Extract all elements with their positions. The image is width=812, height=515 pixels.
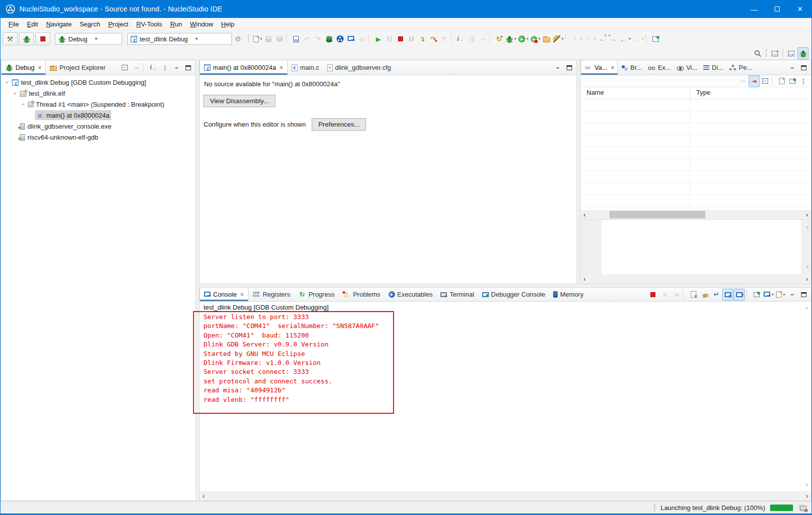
tab-console[interactable]: Console ×	[200, 288, 248, 301]
remove-launch-icon[interactable]: ▾	[659, 289, 670, 301]
last-edit-location-icon[interactable]: ▾	[597, 33, 608, 45]
open-element-icon[interactable]: ▾	[541, 33, 552, 45]
menu-project[interactable]: Project	[104, 19, 132, 29]
tab-debug[interactable]: Debug ×	[1, 60, 46, 75]
search-button[interactable]	[752, 47, 763, 59]
tree-item-gdb[interactable]: › riscv64-unknown-elf-gdb	[1, 132, 196, 143]
minimize-button[interactable]: —	[743, 0, 766, 18]
minimize-view-icon[interactable]	[787, 62, 798, 74]
view-disassembly-button[interactable]: View Disassembly...	[203, 95, 275, 107]
terminate-icon[interactable]: ▾	[395, 33, 406, 45]
menu-help[interactable]: Help	[217, 19, 238, 29]
editor-tab-main-c[interactable]: main.c ×	[288, 60, 323, 75]
remove-all-terminated-icon[interactable]: ▾	[670, 289, 681, 301]
tab-project-explorer[interactable]: Project Explorer ×	[46, 60, 109, 75]
save-all-icon[interactable]: ▾	[274, 33, 285, 45]
open-new-view-icon[interactable]: ▾	[751, 289, 762, 301]
menu-rv-tools[interactable]: RV-Tools	[132, 19, 166, 29]
minimize-view-icon[interactable]: ▾	[787, 289, 798, 301]
highlight-marker-icon[interactable]: ▾	[552, 33, 565, 45]
resume-icon[interactable]: ▾	[373, 33, 384, 45]
view-menu-icon[interactable]	[160, 62, 171, 74]
open-console-icon[interactable]: ▾	[775, 289, 786, 301]
tree-item-launch[interactable]: › test_dlink Debug [GDB Custom Debugging…	[1, 77, 196, 88]
close-tab-icon[interactable]: ×	[38, 64, 41, 71]
monitor-console-icon[interactable]: ▾	[346, 33, 357, 45]
detail-hscrollbar[interactable]: ‹ ›	[581, 274, 811, 284]
save-icon[interactable]: ▾	[263, 33, 274, 45]
next-edit-location-icon[interactable]: ▾	[608, 33, 618, 45]
close-tab-icon[interactable]: ×	[240, 291, 244, 298]
build-config-combo[interactable]: Debug ▼	[55, 33, 122, 45]
maximize-view-icon[interactable]	[798, 62, 809, 74]
scroll-left-icon[interactable]: ‹	[581, 211, 589, 218]
tab-registers[interactable]: Registers ×	[248, 288, 294, 301]
scroll-up-icon[interactable]: ∧	[805, 306, 809, 311]
collapse-all-icon[interactable]	[760, 75, 771, 87]
scrollbar-thumb[interactable]	[609, 211, 705, 218]
pin-editor-icon[interactable]: ▾	[650, 33, 661, 45]
menu-window[interactable]: Window	[186, 19, 217, 29]
maximize-button[interactable]	[766, 0, 789, 18]
scroll-left-icon[interactable]: ‹	[581, 276, 589, 283]
show-execution-icon[interactable]: ▾	[466, 33, 477, 45]
tab-breakpoints[interactable]: Br... ×	[618, 60, 645, 75]
tab-executables[interactable]: Executables ×	[385, 288, 437, 301]
scroll-right-icon[interactable]: ›	[803, 493, 811, 500]
previous-annotation-icon[interactable]: ▾	[583, 33, 597, 45]
tab-expressions[interactable]: Ex... ×	[645, 60, 674, 75]
close-tab-icon[interactable]: ×	[279, 64, 283, 71]
tree-item-stack-frame[interactable]: › main() at 0x8000024a	[1, 110, 196, 121]
binary-file-icon[interactable]: ▾	[291, 33, 302, 45]
menu-edit[interactable]: Edit	[23, 19, 42, 29]
display-selected-console-icon[interactable]: ▾	[763, 289, 775, 301]
column-header-type[interactable]: Type	[690, 87, 710, 99]
editor-tab-main-frame[interactable]: main() at 0x8000024a ×	[200, 60, 288, 75]
launch-config-combo[interactable]: test_dlink Debug ▼	[127, 33, 232, 45]
stop-button[interactable]	[35, 32, 50, 45]
editor-tab-gdbserver-cfg[interactable]: dlink_gdbserver.cfg ×	[323, 60, 395, 75]
sdk-manager-icon[interactable]: ▾	[324, 33, 335, 45]
tree-item-gdbserver[interactable]: › dlink_gdbserver_console.exe	[1, 121, 196, 132]
run-dropdown-icon[interactable]: ▾	[517, 33, 530, 45]
close-tab-icon[interactable]: ×	[611, 64, 614, 71]
restart-icon[interactable]: ▾	[494, 33, 505, 45]
skip-all-breakpoints-icon[interactable]: ▾	[477, 33, 488, 45]
expander-icon[interactable]: ›	[4, 79, 10, 86]
tree-item-thread[interactable]: › Thread #1 <main> (Suspended : Breakpoi…	[1, 99, 196, 110]
clear-console-icon[interactable]: ▾	[688, 289, 699, 301]
scroll-right-icon[interactable]: ›	[803, 276, 811, 283]
scroll-down-icon[interactable]: ∨	[806, 264, 809, 269]
view-menu-icon[interactable]	[798, 75, 809, 87]
new-wizard-icon[interactable]: ▾	[252, 33, 263, 45]
tab-progress[interactable]: Progress ×	[294, 288, 339, 301]
remove-all-terminated-icon[interactable]	[131, 62, 142, 74]
disconnect-icon[interactable]: ▾	[406, 33, 417, 45]
close-button[interactable]: ×	[789, 0, 812, 18]
open-new-view-icon[interactable]	[776, 75, 787, 87]
variables-table[interactable]	[581, 99, 811, 210]
build-button[interactable]	[2, 32, 17, 45]
search-toggle-icon[interactable]: ▾	[357, 33, 368, 45]
nuclei-configuration-icon[interactable]: ▾	[335, 33, 346, 45]
back-icon[interactable]: ▾	[618, 33, 632, 45]
next-annotation-icon[interactable]: ▾	[570, 33, 584, 45]
terminate-console-icon[interactable]: ▾	[647, 289, 658, 301]
minimize-view-icon[interactable]	[552, 62, 563, 74]
tab-variables[interactable]: Va... ×	[581, 60, 618, 75]
tab-visualizer[interactable]: Vi... ×	[674, 60, 700, 75]
statusbar-drag-handle[interactable]	[654, 504, 655, 512]
menu-file[interactable]: File	[4, 19, 23, 29]
tree-item-elf[interactable]: › test_dlink.elf	[1, 88, 196, 99]
maximize-view-icon[interactable]	[183, 62, 194, 74]
word-wrap-icon[interactable]: ▾	[711, 289, 722, 301]
open-perspective-button[interactable]	[769, 47, 780, 59]
background-jobs-icon[interactable]	[800, 506, 807, 511]
detail-text-area[interactable]	[602, 220, 801, 274]
suspend-icon[interactable]: ▾	[384, 33, 395, 45]
tab-memory[interactable]: Memory ×	[549, 288, 588, 301]
show-type-names-icon[interactable]	[738, 75, 749, 87]
expander-icon[interactable]: ›	[12, 90, 18, 97]
tab-debugger-console[interactable]: Debugger Console ×	[478, 288, 549, 301]
launch-config-gear-icon[interactable]: ⚙	[235, 35, 241, 43]
